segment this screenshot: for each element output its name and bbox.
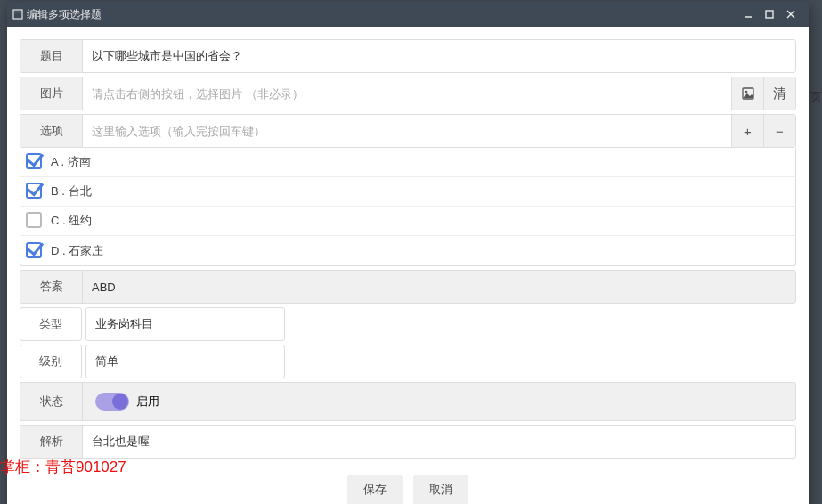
cancel-button[interactable]: 取消	[413, 475, 468, 504]
option-input[interactable]	[92, 125, 722, 138]
option-checkbox[interactable]	[26, 212, 44, 230]
answer-row: 答案 ABD	[20, 270, 796, 304]
minimize-button[interactable]	[739, 5, 761, 23]
svg-rect-0	[13, 10, 22, 19]
question-label: 题目	[20, 40, 83, 72]
obscured-bg-text: 页	[810, 89, 822, 105]
svg-point-7	[745, 91, 747, 93]
option-item[interactable]: C . 纽约	[20, 207, 795, 236]
option-text: C . 纽约	[51, 213, 92, 229]
option-checkbox[interactable]	[26, 153, 44, 171]
status-toggle[interactable]	[95, 393, 129, 411]
answer-value: ABD	[83, 271, 795, 303]
window-icon	[12, 9, 23, 20]
maximize-button[interactable]	[761, 5, 782, 23]
question-input[interactable]	[92, 50, 786, 63]
status-text: 启用	[136, 394, 159, 410]
type-label: 类型	[20, 307, 82, 341]
image-select-button[interactable]	[731, 77, 763, 110]
answer-label: 答案	[20, 271, 83, 303]
type-select[interactable]: 业务岗科目	[85, 307, 285, 341]
dialog-content: 题目 图片 清 选项 + − A . 济南B . 台北C . 纽约D . 石家庄…	[7, 27, 809, 504]
analysis-input[interactable]	[92, 435, 786, 449]
option-add-button[interactable]: +	[731, 115, 763, 147]
save-button[interactable]: 保存	[347, 475, 403, 504]
options-list: A . 济南B . 台北C . 纽约D . 石家庄	[20, 148, 796, 266]
edit-dialog: 编辑多项选择题 题目 图片 清 选项 + − A . 济南B . 台北C . 纽…	[7, 2, 809, 504]
option-item[interactable]: D . 石家庄	[20, 236, 795, 265]
image-row: 图片 清	[20, 77, 796, 110]
titlebar[interactable]: 编辑多项选择题	[7, 2, 809, 27]
analysis-row: 解析	[20, 425, 796, 459]
image-clear-button[interactable]: 清	[763, 77, 795, 110]
option-text: A . 济南	[51, 154, 91, 170]
option-remove-button[interactable]: −	[763, 115, 795, 147]
option-label: 选项	[20, 115, 83, 147]
svg-rect-3	[766, 11, 773, 18]
dialog-footer: 保存 取消	[20, 462, 796, 504]
option-input-row: 选项 + −	[20, 114, 796, 148]
dialog-title: 编辑多项选择题	[27, 7, 102, 22]
status-label: 状态	[20, 383, 83, 420]
image-icon	[741, 86, 755, 101]
image-input[interactable]	[92, 87, 722, 101]
option-checkbox[interactable]	[26, 242, 44, 260]
question-row: 题目	[20, 39, 796, 73]
option-item[interactable]: A . 济南	[20, 148, 795, 177]
analysis-label: 解析	[20, 426, 83, 458]
option-checkbox[interactable]	[26, 183, 44, 200]
type-row: 类型 业务岗科目	[20, 307, 796, 341]
status-row: 状态 启用	[20, 382, 796, 421]
close-button[interactable]	[782, 5, 803, 23]
image-label: 图片	[20, 77, 83, 110]
level-row: 级别 简单	[20, 345, 796, 378]
watermark: 掌柜：青苔901027	[0, 457, 126, 477]
level-select[interactable]: 简单	[85, 345, 285, 378]
option-text: B . 台北	[51, 183, 92, 199]
option-text: D . 石家庄	[51, 243, 103, 259]
level-label: 级别	[20, 345, 82, 378]
option-item[interactable]: B . 台北	[20, 177, 795, 207]
